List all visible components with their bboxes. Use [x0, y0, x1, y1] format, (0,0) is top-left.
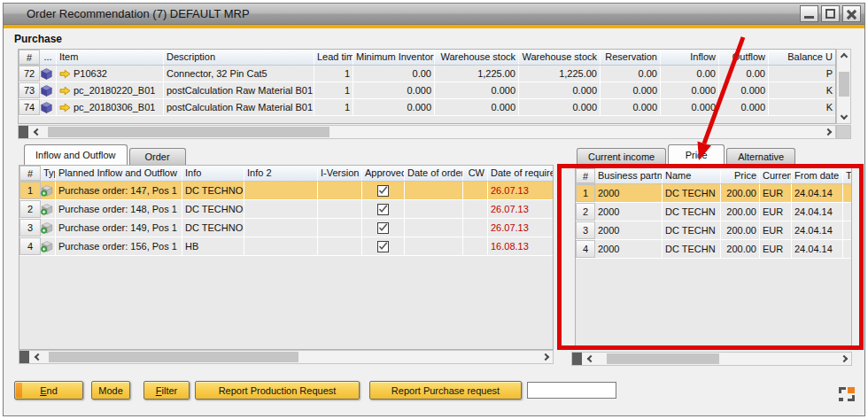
row-number[interactable]: 3 [19, 219, 41, 237]
maximize-button[interactable] [821, 5, 840, 22]
scrollbar-thumb[interactable] [607, 353, 719, 364]
button-mode[interactable]: Mode [91, 381, 130, 400]
table-row[interactable]: 73pc_20180220_B01postCalculation Raw Mat… [19, 82, 835, 99]
scroll-left-arrow-icon[interactable] [584, 353, 596, 365]
table-row[interactable]: 3Purchase order: 149, Pos 1DC TECHNOLOG2… [19, 219, 553, 237]
approved-checkbox[interactable] [377, 204, 389, 215]
column-header-warehouse-stock[interactable]: Warehouse stock [435, 50, 519, 65]
tab-current-income[interactable]: Current income [577, 148, 666, 165]
cell-price: 200.00 [721, 203, 760, 221]
column-header-inflow[interactable]: Inflow [661, 50, 719, 65]
table-row[interactable]: 32000DC TECHN200.00EUR24.04.14 [576, 221, 851, 240]
table-row[interactable]: 4Purchase order: 156, Pos 1HB16.08.13 [19, 237, 553, 256]
row-number[interactable]: 2 [19, 200, 41, 218]
scrollbar-track[interactable] [43, 126, 823, 138]
resize-form-icon[interactable] [839, 387, 855, 401]
table-row[interactable]: 1Purchase order: 147, Pos 1DC TECHNOLOG2… [19, 182, 553, 200]
column-header-to[interactable]: To [843, 168, 852, 183]
column-header-date-of-requiren[interactable]: Date of requiren [488, 166, 554, 181]
column-header-currenc[interactable]: Currenc [760, 168, 792, 183]
approved-checkbox[interactable] [377, 185, 389, 197]
table-row[interactable]: 72P10632Connector, 32 Pin Cat510.001,225… [19, 66, 835, 82]
scroll-right-arrow-icon[interactable] [540, 351, 553, 363]
scrollbar-track[interactable] [596, 353, 839, 365]
column-header-blank[interactable]: ... [40, 50, 57, 65]
column-header-blank[interactable]: # [19, 166, 41, 181]
scroll-right-arrow-icon[interactable] [839, 353, 851, 365]
link-arrow-icon[interactable] [59, 69, 71, 79]
row-number[interactable]: 4 [19, 237, 41, 255]
scrollbar-split-box[interactable] [572, 353, 582, 365]
button-filter[interactable]: Filter [143, 381, 190, 400]
table-row[interactable]: 22000DC TECHN200.00EUR24.04.14 [576, 203, 851, 221]
table-row[interactable]: 74pc_20180306_B01postCalculation Raw Mat… [19, 99, 835, 116]
row-number[interactable]: 73 [19, 82, 40, 98]
table-row[interactable]: 2Purchase order: 148, Pos 1DC TECHNOLOG2… [19, 200, 553, 219]
column-header-price[interactable]: Price [721, 168, 760, 183]
cell-date_of_requirement: 26.07.13 [488, 219, 554, 237]
link-arrow-icon[interactable] [59, 103, 71, 113]
column-header-i-version[interactable]: I-Version [318, 166, 362, 181]
column-header-item[interactable]: Item [57, 50, 164, 65]
table-row[interactable]: 12000DC TECHN200.00EUR24.04.14 [576, 184, 851, 203]
column-header-blank[interactable]: # [576, 168, 595, 183]
cell-date_of_order [405, 237, 463, 255]
column-header-warehouse-stock[interactable]: Warehouse stock [519, 50, 601, 65]
button-end[interactable]: End [14, 381, 83, 400]
minimize-button[interactable] [800, 5, 818, 22]
row-number[interactable]: 2 [576, 203, 595, 221]
scrollbar-track[interactable] [838, 61, 850, 112]
column-header-balance-u[interactable]: Balance U [769, 50, 836, 65]
column-header-info-2[interactable]: Info 2 [244, 166, 318, 181]
button-report-production-request[interactable]: Report Production Request [195, 381, 360, 400]
row-number[interactable]: 1 [19, 182, 41, 199]
link-arrow-icon[interactable] [59, 86, 71, 96]
scroll-right-arrow-icon[interactable] [823, 126, 835, 138]
button-report-purchase-request[interactable]: Report Purchase request [369, 381, 522, 400]
tab-inflow-and-outflow[interactable]: Inflow and Outflow [24, 144, 128, 165]
approved-checkbox[interactable] [377, 241, 389, 252]
column-header-lead-time[interactable]: Lead time [314, 50, 353, 65]
column-header-outflow[interactable]: Outflow [719, 50, 769, 65]
column-header-from-date[interactable]: From date [792, 168, 843, 183]
row-number[interactable]: 74 [19, 99, 40, 115]
column-header-typ[interactable]: Typ [41, 166, 56, 181]
items-table-horizontal-scrollbar[interactable] [18, 125, 836, 139]
column-header-reservation[interactable]: Reservation [601, 50, 661, 65]
column-header-approved[interactable]: Approved [362, 166, 405, 181]
row-number[interactable]: 72 [19, 66, 40, 81]
column-header-info[interactable]: Info [182, 166, 244, 181]
scrollbar-split-box[interactable] [19, 126, 28, 138]
column-header-planned-inflow-and-outflow[interactable]: Planned Inflow and Outflow [56, 166, 182, 181]
scrollbar-thumb[interactable] [49, 352, 298, 362]
scrollbar-thumb[interactable] [48, 127, 329, 137]
tab-price[interactable]: Price [668, 144, 725, 165]
tab-alternative[interactable]: Alternative [726, 148, 795, 165]
column-header-blank[interactable]: # [19, 50, 40, 65]
column-header-business-partner[interactable]: Business partner [595, 168, 663, 183]
row-number[interactable]: 1 [576, 184, 595, 202]
inflow-outflow-horizontal-scrollbar[interactable] [19, 350, 554, 364]
column-header-minimum-inventory[interactable]: Minimum Inventory [353, 50, 435, 65]
price-table-horizontal-scrollbar[interactable] [571, 352, 852, 366]
scrollbar-thumb[interactable] [839, 72, 849, 97]
scroll-up-arrow-icon[interactable] [838, 50, 850, 61]
tab-order[interactable]: Order [129, 148, 186, 165]
column-header-description[interactable]: Description [164, 50, 314, 65]
row-number[interactable]: 3 [576, 221, 595, 239]
scroll-left-arrow-icon[interactable] [30, 126, 43, 138]
scrollbar-split-box[interactable] [19, 351, 29, 363]
footer-text-input[interactable] [527, 382, 616, 399]
table-row[interactable]: 42000DC TECHN200.00EUR24.04.14 [576, 240, 851, 259]
column-header-cw[interactable]: CW [463, 166, 488, 181]
column-header-name[interactable]: Name [663, 168, 721, 183]
approved-checkbox[interactable] [377, 222, 389, 234]
close-button[interactable] [842, 5, 861, 22]
column-header-date-of-order[interactable]: Date of order [405, 166, 463, 181]
cell-date_of_requirement: 26.07.13 [488, 200, 554, 218]
scrollbar-track[interactable] [43, 351, 540, 363]
items-table-vertical-scrollbar[interactable] [836, 49, 851, 124]
scroll-left-arrow-icon[interactable] [31, 351, 43, 363]
scroll-down-arrow-icon[interactable] [838, 112, 850, 123]
row-number[interactable]: 4 [576, 240, 595, 258]
